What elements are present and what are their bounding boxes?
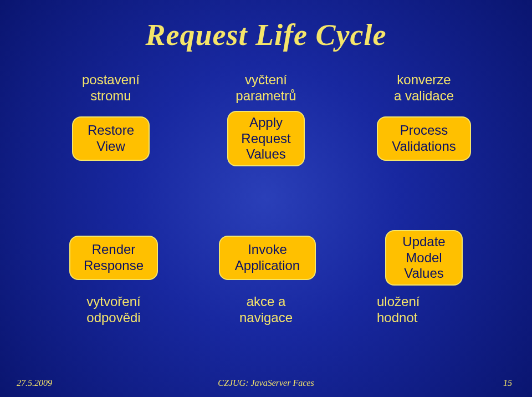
footer-page-number: 15 [503,378,512,388]
label-akce-navigace: akce a navigace [216,294,316,326]
slide-title: Request Life Cycle [0,18,532,52]
label-postaveni-stromu: postavení stromu [64,72,158,104]
phase-process-validations: Process Validations [377,116,471,161]
phase-restore-view: Restore View [72,116,150,161]
footer-title: CZJUG: JavaServer Faces [0,378,532,388]
label-konverze-validace: konverze a validace [369,72,479,104]
phase-invoke-application: Invoke Application [219,236,316,280]
phase-render-response: Render Response [69,236,158,280]
label-vytvoreni-odpovedi: vytvoření odpovědi [64,294,163,326]
phase-apply-request-values: Apply Request Values [227,111,305,166]
label-vycteni-parametru: vyčtení parametrů [211,72,321,104]
phase-update-model-values: Update Model Values [385,230,463,286]
label-ulozeni-hodnot: uložení hodnot [377,294,471,326]
